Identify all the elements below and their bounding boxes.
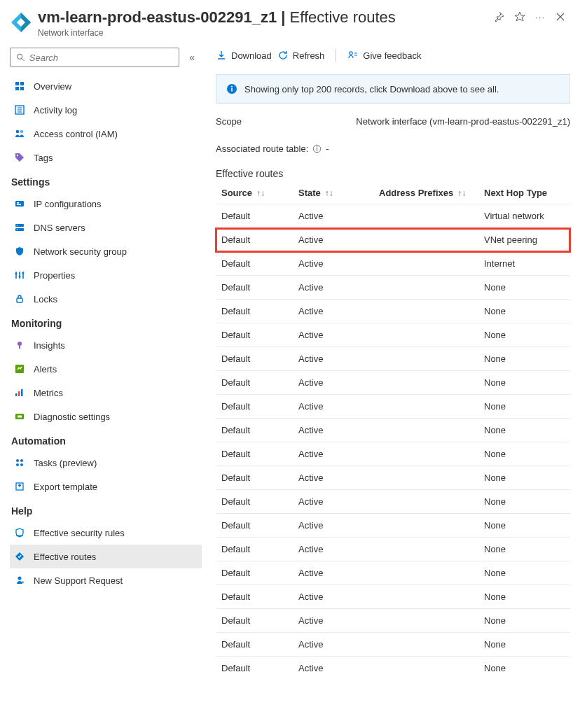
svg-point-25 bbox=[15, 273, 18, 275]
table-row[interactable]: Default Active None bbox=[216, 514, 570, 538]
insights-icon bbox=[14, 340, 25, 351]
cell-next-hop: None bbox=[478, 347, 570, 371]
table-row[interactable]: Default Active None bbox=[216, 538, 570, 561]
col-source[interactable]: Source↑↓ bbox=[216, 183, 293, 204]
sidebar-item-tasks[interactable]: Tasks (preview) bbox=[10, 451, 202, 475]
sidebar-item-alerts[interactable]: Alerts bbox=[10, 357, 202, 381]
sidebar-item-overview[interactable]: Overview bbox=[10, 74, 202, 98]
table-row[interactable]: Default Active None bbox=[216, 371, 570, 395]
table-row[interactable]: Default Active None bbox=[216, 490, 570, 514]
cell-state: Active bbox=[293, 490, 373, 514]
sidebar-item-label: Diagnostic settings bbox=[34, 412, 110, 422]
table-row[interactable]: Default Active None bbox=[216, 585, 570, 609]
overview-icon bbox=[14, 80, 25, 92]
cell-prefixes bbox=[373, 442, 478, 466]
svg-point-21 bbox=[17, 230, 18, 231]
svg-point-40 bbox=[20, 463, 23, 466]
sidebar-item-diagnostics[interactable]: Diagnostic settings bbox=[10, 405, 202, 428]
nav-group-title: Help bbox=[10, 498, 202, 521]
more-icon[interactable]: ··· bbox=[535, 12, 545, 22]
cell-next-hop: None bbox=[478, 419, 570, 442]
cell-source: Default bbox=[216, 466, 293, 490]
table-row[interactable]: Default Active None bbox=[216, 466, 570, 490]
table-row[interactable]: Default Active None bbox=[216, 276, 570, 300]
tasks-icon bbox=[14, 457, 25, 468]
svg-rect-46 bbox=[231, 88, 233, 92]
table-row[interactable]: Default Active Internet bbox=[216, 252, 570, 276]
cell-prefixes bbox=[373, 204, 478, 228]
sidebar-item-support[interactable]: New Support Request bbox=[10, 568, 202, 592]
table-row[interactable]: Default Active None bbox=[216, 347, 570, 371]
cell-next-hop: None bbox=[478, 466, 570, 490]
close-icon[interactable] bbox=[555, 11, 566, 22]
cell-next-hop: None bbox=[478, 300, 570, 323]
associated-route-value: - bbox=[326, 144, 329, 154]
cell-next-hop: None bbox=[478, 371, 570, 395]
table-row[interactable]: Default Active None bbox=[216, 395, 570, 419]
download-button[interactable]: Download bbox=[216, 50, 272, 61]
table-row[interactable]: Default Active VNet peering bbox=[216, 228, 570, 252]
search-input-wrapper[interactable] bbox=[10, 48, 179, 67]
info-banner: Showing only top 200 records, click Down… bbox=[216, 74, 570, 104]
svg-point-47 bbox=[231, 86, 233, 88]
svg-point-20 bbox=[17, 225, 18, 227]
cell-source: Default bbox=[216, 371, 293, 395]
col-prefixes[interactable]: Address Prefixes↑↓ bbox=[373, 183, 478, 204]
table-row[interactable]: Default Active Virtual network bbox=[216, 204, 570, 228]
sidebar-item-label: DNS servers bbox=[34, 223, 85, 233]
feedback-button[interactable]: Give feedback bbox=[347, 50, 421, 61]
sidebar-item-iam[interactable]: Access control (IAM) bbox=[10, 122, 202, 146]
col-next-hop[interactable]: Next Hop Type bbox=[478, 183, 570, 204]
refresh-button[interactable]: Refresh bbox=[277, 50, 325, 61]
sidebar-item-lock[interactable]: Locks bbox=[10, 287, 202, 311]
svg-point-12 bbox=[16, 130, 20, 134]
cell-state: Active bbox=[293, 323, 373, 347]
scope-label: Scope bbox=[216, 116, 335, 127]
cell-prefixes bbox=[373, 228, 478, 252]
cell-next-hop: None bbox=[478, 538, 570, 561]
blade-header: vm-learn-prod-eastus-002291_z1 | Effecti… bbox=[0, 0, 580, 43]
sidebar-item-tags[interactable]: Tags bbox=[10, 146, 202, 169]
svg-point-26 bbox=[19, 276, 21, 278]
sidebar-item-label: IP configurations bbox=[34, 199, 102, 209]
eff-routes-icon bbox=[14, 551, 25, 562]
collapse-sidebar-icon[interactable]: « bbox=[189, 52, 195, 63]
sidebar-item-eff-routes[interactable]: Effective routes bbox=[10, 545, 202, 568]
sidebar-item-nsg[interactable]: Network security group bbox=[10, 239, 202, 263]
svg-point-44 bbox=[350, 52, 352, 55]
table-row[interactable]: Default Active None bbox=[216, 323, 570, 347]
svg-rect-49 bbox=[317, 148, 317, 151]
col-state[interactable]: State↑↓ bbox=[293, 183, 373, 204]
cell-prefixes bbox=[373, 300, 478, 323]
feedback-icon bbox=[347, 50, 359, 61]
sidebar-item-ip-config[interactable]: IP configurations bbox=[10, 192, 202, 216]
favorite-icon[interactable] bbox=[514, 11, 525, 22]
svg-point-27 bbox=[22, 272, 25, 274]
cell-source: Default bbox=[216, 561, 293, 585]
sidebar-item-dns[interactable]: DNS servers bbox=[10, 216, 202, 239]
table-row[interactable]: Default Active None bbox=[216, 300, 570, 323]
sidebar-item-metrics[interactable]: Metrics bbox=[10, 381, 202, 405]
table-row[interactable]: Default Active None bbox=[216, 561, 570, 585]
sidebar-item-eff-sec[interactable]: Effective security rules bbox=[10, 521, 202, 545]
sidebar-item-insights[interactable]: Insights bbox=[10, 333, 202, 357]
svg-point-43 bbox=[18, 577, 22, 580]
sidebar-item-export[interactable]: Export template bbox=[10, 475, 202, 498]
table-row[interactable]: Default Active None bbox=[216, 609, 570, 633]
cell-prefixes bbox=[373, 585, 478, 609]
sort-icon: ↑↓ bbox=[256, 188, 265, 198]
table-row[interactable]: Default Active None bbox=[216, 657, 570, 680]
pin-icon[interactable] bbox=[493, 11, 504, 22]
properties-icon bbox=[14, 270, 25, 281]
table-row[interactable]: Default Active None bbox=[216, 419, 570, 442]
sidebar-item-activity-log[interactable]: Activity log bbox=[10, 98, 202, 122]
cell-state: Active bbox=[293, 228, 373, 252]
search-input[interactable] bbox=[29, 52, 173, 63]
table-row[interactable]: Default Active None bbox=[216, 442, 570, 466]
sidebar-item-properties[interactable]: Properties bbox=[10, 263, 202, 287]
scope-row: Scope Network interface (vm-learn-prod-e… bbox=[216, 116, 570, 127]
cell-source: Default bbox=[216, 276, 293, 300]
table-row[interactable]: Default Active None bbox=[216, 633, 570, 657]
command-bar: Download Refresh Give feedback bbox=[216, 49, 570, 62]
info-hint-icon[interactable] bbox=[312, 144, 322, 153]
